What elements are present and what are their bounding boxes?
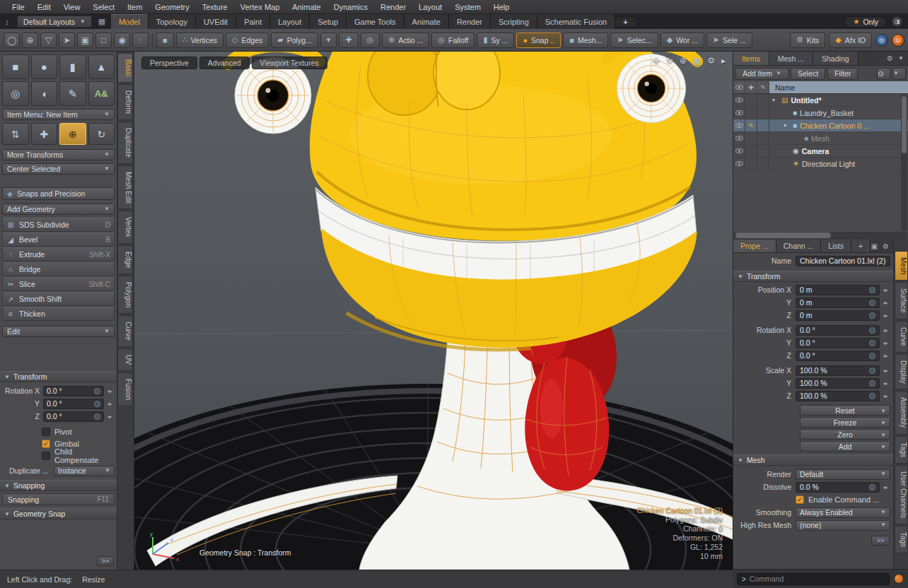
menu-item[interactable]: Vertex Map — [234, 1, 286, 13]
viewport-tab[interactable]: Viewport Textures — [252, 57, 327, 69]
mini-dial-icon[interactable] — [869, 327, 875, 334]
layout-tab[interactable]: Setup — [310, 14, 347, 29]
visibility-eye-icon[interactable] — [733, 158, 745, 170]
visibility-column-icon[interactable] — [733, 81, 745, 93]
layout-tab[interactable]: Paint — [236, 14, 270, 29]
add-geometry-dropdown[interactable]: Add Geometry ▼ — [2, 204, 115, 215]
enable-command-row[interactable]: ✓ Enable Command ... — [736, 493, 890, 506]
command-field[interactable]: > — [737, 573, 890, 585]
property-category-tab[interactable]: Tags — [895, 526, 908, 553]
menu-item[interactable]: Render — [374, 1, 412, 13]
stepper-arrows[interactable]: ◂▸ — [880, 484, 890, 490]
afx-io-button[interactable]: ◆ Afx IO — [829, 33, 872, 48]
stepper-arrows[interactable]: ◂▸ — [104, 401, 115, 407]
tree-node[interactable]: ▾ ▤ Untitled* — [769, 94, 908, 106]
selection-mode-icon[interactable]: ◉ — [114, 33, 130, 48]
toolbar-button[interactable]: ▮ Sy ... — [477, 33, 514, 48]
selection-mode-icon[interactable]: ◯ — [4, 33, 20, 48]
stepper-arrows[interactable]: ◂▸ — [880, 368, 890, 374]
kits-button[interactable]: ⚙ Kits — [790, 33, 825, 48]
dissolve-value-input[interactable]: 0.0 % — [796, 482, 880, 493]
tool-button[interactable]: ◢ Bevel B — [2, 233, 115, 247]
property-category-tab[interactable]: Display — [895, 354, 908, 390]
stepper-arrows[interactable]: ◂▸ — [104, 388, 115, 394]
item-list-tab[interactable]: Shading — [813, 52, 858, 65]
tool-category-tab[interactable]: Mesh Edit — [117, 165, 133, 209]
layout-tab[interactable]: UVEdit — [196, 14, 236, 29]
viewport-tab[interactable]: Perspective — [141, 57, 197, 69]
menu-item[interactable]: Select — [86, 1, 121, 13]
tree-scrollbar-thumb[interactable] — [902, 96, 907, 153]
layout-tab[interactable]: Render — [449, 14, 491, 29]
highres-dropdown[interactable]: (none) ▼ — [796, 520, 890, 531]
selection-mode-icon[interactable]: ▣ — [77, 33, 93, 48]
transform-action-button[interactable]: Freeze ▼ — [800, 417, 890, 428]
mini-dial-icon[interactable] — [869, 312, 875, 319]
layout-tab[interactable]: Schematic Fusion — [537, 14, 615, 29]
tree-node[interactable]: ■ Laundry_Basket — [769, 107, 908, 119]
selection-mode-icon[interactable]: ⊕ — [22, 33, 38, 48]
menu-item[interactable]: Dynamics — [327, 1, 374, 13]
checkbox-row[interactable]: ✓ Child Compensate — [2, 449, 115, 461]
stepper-arrows[interactable]: ◂▸ — [880, 353, 890, 359]
snapping-toggle-button[interactable]: Snapping F11 — [2, 493, 115, 505]
tool-category-tab[interactable]: Deform — [117, 84, 133, 120]
primitive-tool-icon[interactable]: ■ — [2, 54, 29, 79]
position-value-input[interactable]: 0 m — [796, 298, 880, 308]
viewport-canvas[interactable] — [134, 52, 733, 570]
rotation-value-input[interactable]: 0.0 ° — [43, 399, 104, 409]
name-column-header[interactable]: Name — [769, 81, 908, 93]
scale-value-input[interactable]: 100.0 % — [796, 378, 880, 389]
toolbar-button[interactable]: ⊕ Actio ... — [382, 33, 429, 48]
add-layout-tab-button[interactable]: + — [615, 18, 635, 26]
visibility-eye-icon[interactable] — [733, 107, 745, 119]
toolbar-button[interactable]: ◎ Falloff — [431, 33, 475, 48]
primitive-tool-icon[interactable]: ✎ — [59, 81, 86, 106]
layout-tab[interactable]: Scripting — [491, 14, 537, 29]
transform-section-header[interactable]: ▼ Transform — [733, 271, 893, 282]
tool-category-tab[interactable]: Edge — [117, 245, 133, 274]
select-button[interactable]: Select — [791, 68, 825, 80]
add-item-dropdown[interactable]: Add Item ▼ — [735, 68, 788, 80]
property-category-tab[interactable]: Surface — [895, 282, 908, 319]
transform-tool-icon[interactable]: ⇅ — [2, 123, 29, 145]
transform-action-button[interactable]: Reset ▼ — [800, 405, 890, 416]
filter-button[interactable]: Filter — [827, 68, 858, 80]
rotation-value-input[interactable]: 0.0 ° — [796, 325, 880, 336]
property-category-tab[interactable]: Curve — [895, 321, 908, 353]
only-filter-button[interactable]: ★ Only — [844, 16, 887, 28]
toolbar-button[interactable]: ✚ — [339, 33, 358, 48]
mini-dial-icon[interactable] — [94, 401, 100, 407]
menu-item[interactable]: Layout — [412, 1, 448, 13]
toolbar-button[interactable]: ◆ Wor ... — [660, 33, 704, 48]
menu-item[interactable]: System — [448, 1, 487, 13]
property-category-tab[interactable]: User Channels — [895, 465, 908, 524]
property-category-tab[interactable]: Tags — [895, 436, 908, 464]
toolbar-button[interactable]: ➤ Selec... — [610, 33, 658, 48]
toolbar-button[interactable]: ▾ — [320, 33, 337, 48]
tool-button[interactable]: ✂ Slice Shift-C — [2, 277, 115, 291]
position-value-input[interactable]: 0 m — [796, 285, 880, 295]
edit-pencil-icon[interactable]: ✎ — [745, 107, 757, 119]
center-selected-dropdown[interactable]: Center Selected ▼ — [2, 163, 115, 175]
tree-row[interactable]: ✎ ▾ ▤ Untitled* — [733, 94, 908, 107]
toolbar-button[interactable]: ∴ Vertices — [176, 33, 223, 48]
viewport-nav-icon[interactable]: ↻ — [666, 56, 673, 66]
tree-row[interactable]: ✎ ■ Mesh — [733, 132, 908, 145]
tree-hscroll-thumb[interactable] — [735, 233, 831, 238]
transform-tool-icon[interactable]: ✚ — [31, 123, 58, 145]
menu-item[interactable]: Animate — [286, 1, 327, 13]
layout-tab[interactable]: Topology — [149, 14, 196, 29]
layout-tab[interactable]: Animate — [404, 14, 449, 29]
tree-row[interactable]: ✎ ■ Laundry_Basket — [733, 107, 908, 119]
checkbox-row[interactable]: ✓ Pivot — [2, 425, 115, 437]
visibility-eye-icon[interactable] — [733, 119, 745, 131]
stepper-arrows[interactable]: ◂▸ — [880, 393, 890, 399]
stepper-arrows[interactable]: ◂▸ — [880, 380, 890, 387]
toolbar-button[interactable]: ◎ — [361, 33, 380, 48]
rotation-value-input[interactable]: 0.0 ° — [796, 338, 880, 348]
mini-dial-icon[interactable] — [869, 287, 875, 293]
window-options-icon[interactable]: ◨ — [892, 16, 902, 27]
gear-icon[interactable]: ⚙ — [887, 54, 893, 62]
menu-item[interactable]: File — [6, 1, 31, 13]
